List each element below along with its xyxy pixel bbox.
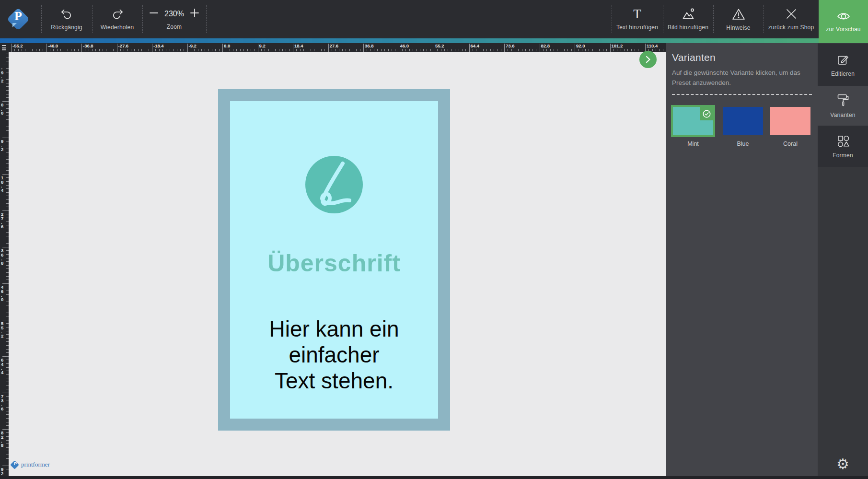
ruler-major-tick <box>46 44 47 52</box>
ruler-minor-tick <box>89 49 89 51</box>
ruler-minor-tick <box>6 447 9 448</box>
ruler-minor-tick <box>536 49 536 51</box>
ruler-minor-tick <box>423 49 424 51</box>
ruler-minor-tick <box>6 331 9 331</box>
ruler-minor-tick <box>627 49 628 51</box>
ruler-minor-tick <box>50 49 50 51</box>
ruler-minor-tick <box>416 49 417 51</box>
ruler-minor-tick <box>613 49 614 51</box>
ruler-minor-tick <box>6 341 9 342</box>
redo-button[interactable]: Wiederholen <box>92 0 142 38</box>
poster-heading-text[interactable]: Überschrift <box>230 249 438 277</box>
app-logo[interactable]: P <box>5 6 32 33</box>
ruler-minor-tick <box>6 302 9 302</box>
ruler-top-label: -36.8 <box>83 44 93 48</box>
ruler-major-tick <box>293 44 293 52</box>
ruler-top-label: -46.0 <box>48 44 58 48</box>
ruler-minor-tick <box>546 49 547 51</box>
ruler-minor-tick <box>6 338 9 339</box>
hints-button[interactable]: Hinweise <box>713 0 764 38</box>
zoom-in-icon[interactable] <box>190 8 199 20</box>
ruler-top-label: 9.2 <box>259 44 266 48</box>
ruler-minor-tick <box>110 49 110 51</box>
ruler-minor-tick <box>6 316 9 316</box>
ruler-minor-tick <box>6 458 9 459</box>
ruler-major-tick <box>504 44 505 52</box>
poster-background[interactable]: Überschrift Hier kann ein einfacher Text… <box>230 101 438 419</box>
ruler-minor-tick <box>497 49 498 51</box>
poster-logo-image[interactable] <box>305 156 363 213</box>
ruler-minor-tick <box>6 258 9 258</box>
ruler-minor-tick <box>561 49 561 51</box>
undo-button[interactable]: Rückgängig <box>41 0 92 38</box>
add-image-button[interactable]: Bild hinzufügen <box>663 0 713 38</box>
ruler-major-tick <box>81 44 82 52</box>
back-to-shop-button[interactable]: zurück zum Shop <box>764 0 819 38</box>
ruler-minor-tick <box>6 97 9 98</box>
poster-body-line: einfacher <box>230 342 438 368</box>
ruler-minor-tick <box>483 49 484 51</box>
ruler-minor-tick <box>191 49 191 51</box>
ruler-minor-tick <box>14 49 15 51</box>
ruler-minor-tick <box>201 49 202 51</box>
ruler-minor-tick <box>592 49 593 51</box>
ruler-major-tick <box>575 44 575 52</box>
ruler-minor-tick <box>6 323 9 324</box>
ruler-major-tick <box>434 44 434 52</box>
ruler-minor-tick <box>6 214 9 214</box>
variant-swatch[interactable] <box>723 107 763 135</box>
close-icon <box>785 8 798 20</box>
ruler-minor-tick <box>377 49 378 51</box>
ruler-minor-tick <box>6 425 9 426</box>
ruler-minor-tick <box>233 49 233 51</box>
ruler-minor-tick <box>578 49 579 51</box>
ruler-minor-tick <box>6 462 9 462</box>
ruler-major-tick <box>328 44 329 52</box>
ruler-major-tick <box>469 44 470 52</box>
tab-formen[interactable]: Formen <box>818 126 868 167</box>
ruler-major-tick <box>258 44 258 52</box>
tab-editieren[interactable]: Editieren <box>818 44 868 86</box>
ruler-minor-tick <box>6 243 9 244</box>
ruler-minor-tick <box>120 49 121 51</box>
ruler-minor-tick <box>6 163 9 164</box>
ruler-minor-tick <box>6 177 9 178</box>
variant-coral[interactable]: Coral <box>770 107 810 147</box>
ruler-minor-tick <box>381 49 382 51</box>
ruler-major-tick <box>2 174 9 175</box>
ruler-top-label: 110.4 <box>647 44 658 48</box>
ruler-minor-tick <box>6 170 9 171</box>
accent-gradient-bar <box>0 38 868 43</box>
poster-body-text[interactable]: Hier kann ein einfacher Text stehen. <box>230 316 438 394</box>
poster-artboard[interactable]: Überschrift Hier kann ein einfacher Text… <box>218 89 450 431</box>
ruler-minor-tick <box>194 49 195 51</box>
preview-button[interactable]: zur Vorschau <box>819 0 868 43</box>
add-text-button[interactable]: T Text hinzufügen <box>612 0 663 38</box>
tab-varianten[interactable]: Varianten <box>818 86 868 126</box>
ruler-minor-tick <box>307 49 307 51</box>
ruler-minor-tick <box>208 49 209 51</box>
ruler-minor-tick <box>6 254 9 255</box>
ruler-minor-tick <box>332 49 332 51</box>
ruler-minor-tick <box>236 49 237 51</box>
variant-swatch[interactable] <box>770 107 810 135</box>
settings-button[interactable]: ⚙ Settings <box>818 447 868 479</box>
ruler-minor-tick <box>131 49 131 51</box>
ruler-minor-tick <box>6 400 9 400</box>
ruler-minor-tick <box>465 49 466 51</box>
variant-mint[interactable]: Mint <box>673 107 713 147</box>
variant-blue[interactable]: Blue <box>723 107 763 147</box>
zoom-out-icon[interactable] <box>149 8 159 20</box>
ruler-minor-tick <box>43 49 43 51</box>
collapse-panel-button[interactable] <box>639 51 657 68</box>
ruler-minor-tick <box>85 49 85 51</box>
ruler-minor-tick <box>420 49 420 51</box>
ruler-minor-tick <box>68 49 68 51</box>
ruler-minor-tick <box>635 49 635 51</box>
variant-swatch[interactable] <box>673 107 713 135</box>
ruler-minor-tick <box>585 49 586 51</box>
ruler-minor-tick <box>6 411 9 411</box>
ruler-minor-tick <box>6 225 9 225</box>
ruler-minor-tick <box>6 112 9 113</box>
ruler-minor-tick <box>296 49 297 51</box>
